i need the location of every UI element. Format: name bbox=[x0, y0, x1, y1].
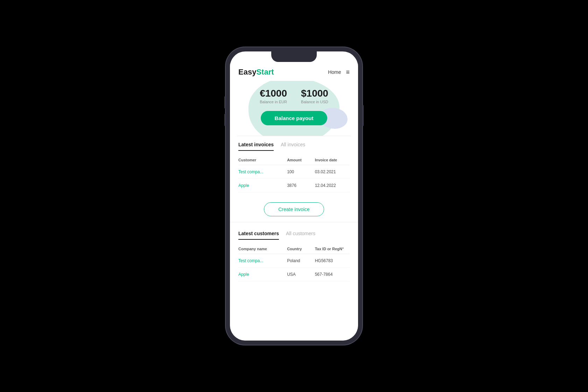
invoice-customer-2[interactable]: Apple bbox=[238, 183, 287, 188]
customer-company-2[interactable]: Apple bbox=[238, 272, 287, 277]
balance-payout-button[interactable]: Balance payout bbox=[261, 111, 328, 125]
balance-eur-label: Balance in EUR bbox=[260, 100, 287, 104]
col-invoice-date: Invoice date bbox=[315, 158, 350, 162]
screen-content: EasyStart Home ≡ €1000 Balance in EUR bbox=[230, 62, 358, 341]
col-customer: Customer bbox=[238, 158, 287, 162]
tab-all-invoices[interactable]: All invoices bbox=[281, 142, 305, 151]
invoice-row-2: Apple 3876 12.04.2022 bbox=[238, 179, 350, 192]
hamburger-icon[interactable]: ≡ bbox=[346, 69, 350, 76]
tab-latest-customers[interactable]: Latest customers bbox=[238, 231, 279, 240]
invoice-date-1: 03.02.2021 bbox=[315, 169, 350, 174]
home-nav-label[interactable]: Home bbox=[328, 69, 341, 75]
customer-taxid-2: 567-7864 bbox=[315, 272, 350, 277]
invoices-table: Customer Amount Invoice date Test compa.… bbox=[230, 151, 358, 197]
invoice-row-1: Test compa... 100 03.02.2021 bbox=[238, 165, 350, 179]
col-country: Country bbox=[287, 247, 315, 251]
balance-usd-amount: $1000 bbox=[301, 88, 328, 99]
invoice-amount-2: 3876 bbox=[287, 183, 315, 188]
notch bbox=[271, 51, 317, 62]
col-company-name: Company name bbox=[238, 247, 287, 251]
tab-latest-invoices[interactable]: Latest invoices bbox=[238, 142, 274, 151]
customers-table: Company name Country Tax ID or RegN° Tes… bbox=[230, 240, 358, 286]
divider-customers bbox=[230, 222, 358, 222]
customers-table-header: Company name Country Tax ID or RegN° bbox=[238, 244, 350, 254]
logo-easy: Easy bbox=[238, 68, 256, 76]
customer-row-2: Apple USA 567-7864 bbox=[238, 268, 350, 281]
logo: EasyStart bbox=[238, 68, 274, 77]
power-button bbox=[362, 105, 364, 126]
balances: €1000 Balance in EUR $1000 Balance in US… bbox=[260, 88, 328, 104]
customers-section: Latest customers All customers Company n… bbox=[230, 225, 358, 286]
balance-eur-amount: €1000 bbox=[260, 88, 287, 99]
customer-country-2: USA bbox=[287, 272, 315, 277]
logo-start: Start bbox=[256, 68, 274, 76]
invoice-tabs: Latest invoices All invoices bbox=[230, 136, 358, 151]
invoice-date-2: 12.04.2022 bbox=[315, 183, 350, 188]
col-tax-id: Tax ID or RegN° bbox=[315, 247, 350, 251]
customer-taxid-1: HG56783 bbox=[315, 258, 350, 263]
customer-country-1: Poland bbox=[287, 258, 315, 263]
customer-company-1[interactable]: Test compa... bbox=[238, 258, 287, 263]
phone-body: EasyStart Home ≡ €1000 Balance in EUR bbox=[226, 47, 362, 345]
header: EasyStart Home ≡ bbox=[230, 62, 358, 81]
volume-up-button bbox=[224, 96, 226, 108]
hero-section: €1000 Balance in EUR $1000 Balance in US… bbox=[230, 81, 358, 136]
create-invoice-button[interactable]: Create invoice bbox=[264, 202, 324, 216]
phone-screen: EasyStart Home ≡ €1000 Balance in EUR bbox=[230, 51, 358, 341]
balance-eur: €1000 Balance in EUR bbox=[260, 88, 287, 104]
invoice-customer-1[interactable]: Test compa... bbox=[238, 169, 287, 174]
col-amount: Amount bbox=[287, 158, 315, 162]
balance-usd-label: Balance in USD bbox=[301, 100, 328, 104]
phone-frame: EasyStart Home ≡ €1000 Balance in EUR bbox=[226, 47, 362, 345]
customer-tabs: Latest customers All customers bbox=[230, 225, 358, 240]
volume-down-button bbox=[224, 114, 226, 126]
nav-right: Home ≡ bbox=[328, 69, 350, 76]
balance-usd: $1000 Balance in USD bbox=[301, 88, 328, 104]
customer-row-1: Test compa... Poland HG56783 bbox=[238, 254, 350, 268]
tab-all-customers[interactable]: All customers bbox=[286, 231, 315, 240]
invoice-amount-1: 100 bbox=[287, 169, 315, 174]
invoices-table-header: Customer Amount Invoice date bbox=[238, 155, 350, 165]
